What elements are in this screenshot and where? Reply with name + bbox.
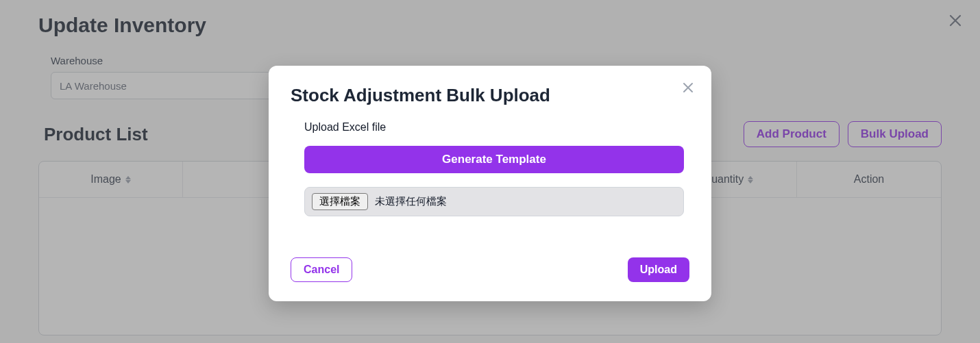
modal-body: Upload Excel file Generate Template 選擇檔案… [291,121,689,216]
close-icon [683,82,694,93]
upload-label: Upload Excel file [304,121,684,134]
file-choose-button[interactable]: 選擇檔案 [312,193,368,210]
modal-overlay[interactable]: Stock Adjustment Bulk Upload Upload Exce… [0,0,980,343]
modal-footer: Cancel Upload [291,257,689,282]
modal-close-button[interactable] [681,81,695,94]
file-input[interactable]: 選擇檔案 未選擇任何檔案 [304,187,684,216]
file-status-text: 未選擇任何檔案 [375,195,447,208]
bulk-upload-modal: Stock Adjustment Bulk Upload Upload Exce… [269,66,711,301]
upload-button[interactable]: Upload [628,257,689,282]
cancel-button[interactable]: Cancel [291,257,352,282]
generate-template-button[interactable]: Generate Template [304,146,684,173]
modal-title: Stock Adjustment Bulk Upload [291,85,689,106]
